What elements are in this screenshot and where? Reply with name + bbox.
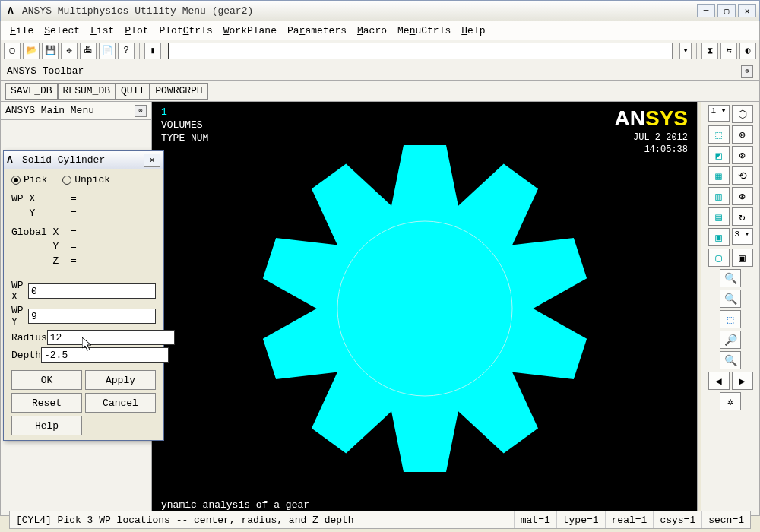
resum-db-button[interactable]: RESUM_DB: [58, 83, 116, 100]
hourglass-icon[interactable]: ⧗: [701, 43, 718, 59]
view-select-2[interactable]: 3 ▾: [732, 228, 753, 245]
back-view-icon[interactable]: ▣: [708, 228, 730, 246]
dialog-close-button[interactable]: ✕: [144, 154, 160, 167]
zoom-box-icon[interactable]: ⬚: [720, 310, 741, 328]
zoom-fit-icon[interactable]: 🔍: [720, 269, 741, 287]
wpy-field-label: WP Y: [11, 305, 28, 328]
menu-select[interactable]: Select: [40, 24, 84, 38]
maximize-button[interactable]: ▢: [717, 4, 736, 17]
globaly-readout: Y =: [11, 241, 156, 252]
cancel-button[interactable]: Cancel: [85, 393, 156, 413]
menu-file[interactable]: File: [5, 24, 38, 38]
zoom-out-icon[interactable]: 🔍: [720, 351, 741, 369]
open-icon[interactable]: 📂: [23, 43, 40, 59]
bottom-view-icon[interactable]: ▢: [708, 249, 730, 267]
apply-button[interactable]: Apply: [85, 370, 156, 390]
menu-workplane[interactable]: WorkPlane: [219, 24, 281, 38]
spin-icon[interactable]: ↻: [732, 207, 753, 226]
dialog-title: Solid Cylinder: [22, 154, 144, 166]
dropdown-icon[interactable]: ▾: [679, 43, 692, 59]
wpx-input[interactable]: [28, 283, 156, 299]
collapse-menu-icon[interactable]: ⊗: [135, 105, 147, 117]
pick-label: Pick: [24, 174, 47, 185]
axis-y-icon[interactable]: ⟲: [732, 166, 753, 185]
svg-marker-0: [391, 145, 459, 210]
command-prompt-icon[interactable]: ▮: [144, 43, 161, 59]
toggle-icon[interactable]: ⇆: [720, 43, 737, 59]
new-icon[interactable]: ▢: [4, 43, 21, 59]
graphics-viewport[interactable]: 1 VOLUMES TYPE NUM ANSYS JUL 2 2012 14:0…: [152, 102, 698, 516]
fit-icon[interactable]: ▣: [732, 249, 753, 267]
axis-x-icon[interactable]: ⊗: [732, 125, 753, 144]
ok-button[interactable]: OK: [11, 370, 82, 390]
separator: [696, 43, 697, 59]
dialog-titlebar[interactable]: Λ Solid Cylinder ✕: [4, 151, 163, 169]
ansys-toolbar-label: ANSYS Toolbar: [7, 65, 84, 77]
reset-button[interactable]: Reset: [11, 393, 82, 413]
menu-parameters[interactable]: Parameters: [283, 24, 351, 38]
window-title: ANSYS Multiphysics Utility Menu (gear2): [22, 5, 697, 17]
wpy-input[interactable]: [28, 309, 156, 324]
status-secn: secn=1: [702, 511, 750, 528]
view-select-1[interactable]: 1 ▾: [708, 105, 730, 122]
zoom-in-icon[interactable]: 🔍: [720, 290, 741, 308]
separator: [139, 43, 140, 59]
status-mat: mat=1: [515, 511, 557, 528]
status-real: real=1: [606, 511, 654, 528]
depth-field-label: Depth: [11, 350, 41, 361]
iso-view-icon[interactable]: ⬚: [708, 125, 730, 144]
save-icon[interactable]: 💾: [42, 43, 59, 59]
collapse-toolbar-icon[interactable]: ⊗: [741, 65, 753, 78]
top-view-icon[interactable]: ▤: [708, 207, 730, 226]
menu-help[interactable]: Help: [457, 24, 489, 38]
help-icon[interactable]: ?: [118, 43, 135, 59]
front-view-icon[interactable]: ▦: [708, 166, 730, 185]
main-menu-header: ANSYS Main Menu ⊗: [1, 102, 151, 120]
pan-icon[interactable]: ✥: [61, 43, 78, 59]
minimize-button[interactable]: ─: [697, 4, 715, 17]
command-input[interactable]: [168, 43, 673, 59]
powrgrph-button[interactable]: POWRGRPH: [150, 83, 207, 100]
depth-input[interactable]: [41, 347, 169, 363]
globalx-readout: Global X =: [11, 226, 156, 238]
viewport-time: 14:05:38: [615, 144, 688, 155]
main-menu-title: ANSYS Main Menu: [5, 105, 94, 116]
oblique-view-icon[interactable]: ◩: [708, 146, 730, 164]
svg-point-1: [318, 202, 531, 415]
report-icon[interactable]: 📄: [99, 43, 116, 59]
radius-input[interactable]: [47, 330, 175, 345]
radius-field-label: Radius: [11, 332, 47, 344]
app-logo: Λ: [4, 4, 17, 17]
toolbar-label-row: ANSYS Toolbar ⊗: [0, 62, 760, 81]
wpy-readout: Y =: [11, 207, 156, 219]
menu-plot[interactable]: Plot: [120, 24, 153, 38]
gear-model: [250, 134, 600, 483]
rotate-right-icon[interactable]: ▶: [732, 372, 753, 390]
quit-button[interactable]: QUIT: [116, 83, 150, 100]
wpx-field-label: WP X: [11, 280, 28, 302]
menu-list[interactable]: List: [86, 24, 119, 38]
menu-plotctrls[interactable]: PlotCtrls: [154, 24, 217, 38]
solid-cylinder-dialog: Λ Solid Cylinder ✕ Pick Unpick WP X = Y …: [3, 150, 164, 441]
pick-radio[interactable]: Pick: [11, 174, 47, 185]
viewport-line1: VOLUMES: [161, 119, 203, 131]
ansys-toolbar: SAVE_DB RESUM_DB QUIT POWRGRPH: [0, 81, 760, 102]
help-button[interactable]: Help: [11, 416, 82, 435]
ansys-logo: ANSYS: [615, 106, 688, 131]
unpick-label: Unpick: [74, 174, 110, 185]
unpick-radio[interactable]: Unpick: [62, 174, 110, 185]
side-view-icon[interactable]: ▥: [708, 187, 730, 205]
print-icon[interactable]: 🖶: [80, 43, 97, 59]
contact-icon[interactable]: ◐: [739, 43, 756, 59]
refresh-icon[interactable]: ✲: [720, 392, 741, 410]
menu-menuctrls[interactable]: MenuCtrls: [393, 24, 455, 38]
rotate-left-icon[interactable]: ◀: [708, 372, 730, 390]
menu-macro[interactable]: Macro: [353, 24, 391, 38]
status-bar: [CYL4] Pick 3 WP locations -- center, ra…: [9, 511, 751, 529]
save-db-button[interactable]: SAVE_DB: [5, 83, 58, 100]
axis-xy-icon[interactable]: ⊗: [732, 146, 753, 164]
close-button[interactable]: ✕: [738, 4, 756, 17]
raise-icon[interactable]: ⬡: [732, 105, 753, 123]
axis-z-icon[interactable]: ⊛: [732, 187, 753, 205]
zoom-back-icon[interactable]: 🔎: [720, 331, 741, 349]
